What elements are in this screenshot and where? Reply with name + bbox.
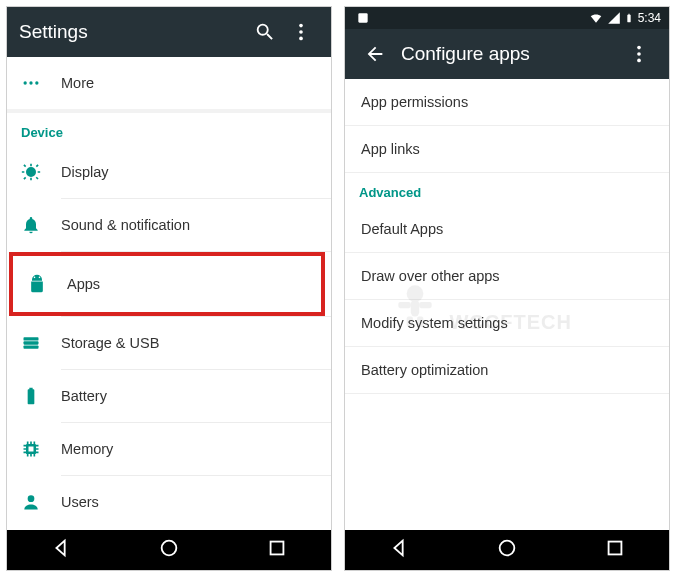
svg-point-19 bbox=[637, 46, 641, 50]
battery-icon bbox=[21, 386, 61, 406]
svg-rect-12 bbox=[29, 447, 34, 452]
row-app-permissions[interactable]: App permissions bbox=[345, 79, 669, 125]
svg-point-20 bbox=[637, 52, 641, 56]
svg-point-13 bbox=[28, 495, 35, 502]
nav-back-icon[interactable] bbox=[388, 537, 410, 563]
navbar bbox=[7, 530, 331, 570]
svg-point-4 bbox=[29, 81, 32, 84]
battery-status-icon bbox=[624, 11, 634, 25]
row-default-apps[interactable]: Default Apps bbox=[345, 206, 669, 252]
label: App permissions bbox=[361, 94, 468, 110]
more-icon bbox=[21, 73, 61, 93]
svg-point-5 bbox=[35, 81, 38, 84]
row-storage-label: Storage & USB bbox=[61, 335, 159, 351]
row-modify-system[interactable]: Modify system settings bbox=[345, 300, 669, 346]
nav-back-icon[interactable] bbox=[50, 537, 72, 563]
row-users[interactable]: Users bbox=[7, 476, 331, 528]
svg-point-1 bbox=[299, 30, 303, 34]
svg-rect-10 bbox=[24, 346, 39, 349]
signal-icon bbox=[607, 11, 621, 25]
row-sound[interactable]: Sound & notification bbox=[7, 199, 331, 251]
row-draw-over[interactable]: Draw over other apps bbox=[345, 253, 669, 299]
status-time: 5:34 bbox=[638, 11, 661, 25]
configure-apps-screen: 5:34 Configure apps WCCFTECH App permiss… bbox=[344, 6, 670, 571]
display-icon bbox=[21, 162, 61, 182]
appbar-configure: Configure apps bbox=[345, 29, 669, 79]
apps-highlight: Apps bbox=[9, 252, 325, 316]
row-apps-label: Apps bbox=[67, 276, 100, 292]
label: Default Apps bbox=[361, 221, 443, 237]
row-storage[interactable]: Storage & USB bbox=[7, 317, 331, 369]
row-memory-label: Memory bbox=[61, 441, 113, 457]
divider bbox=[345, 393, 669, 394]
settings-screen: Settings More Device Display bbox=[6, 6, 332, 571]
svg-point-7 bbox=[39, 277, 41, 279]
nav-home-icon[interactable] bbox=[496, 537, 518, 563]
screenshot-icon bbox=[356, 11, 370, 25]
storage-icon bbox=[21, 333, 61, 353]
svg-point-14 bbox=[162, 541, 177, 556]
nav-home-icon[interactable] bbox=[158, 537, 180, 563]
overflow-menu-icon[interactable] bbox=[621, 36, 657, 72]
row-apps[interactable]: Apps bbox=[13, 256, 321, 312]
row-sound-label: Sound & notification bbox=[61, 217, 190, 233]
svg-point-3 bbox=[24, 81, 27, 84]
appbar-title: Settings bbox=[19, 21, 247, 43]
svg-point-0 bbox=[299, 24, 303, 28]
settings-content: More Device Display Sound & notification bbox=[7, 57, 331, 530]
bell-icon bbox=[21, 215, 61, 235]
svg-rect-16 bbox=[358, 13, 367, 22]
appbar-settings: Settings bbox=[7, 7, 331, 57]
label: Modify system settings bbox=[361, 315, 508, 331]
row-display-label: Display bbox=[61, 164, 109, 180]
svg-point-21 bbox=[637, 59, 641, 63]
section-advanced: Advanced bbox=[345, 173, 669, 206]
section-device: Device bbox=[7, 113, 331, 146]
row-more[interactable]: More bbox=[7, 57, 331, 109]
label: Draw over other apps bbox=[361, 268, 500, 284]
nav-recent-icon[interactable] bbox=[604, 537, 626, 563]
svg-rect-17 bbox=[627, 15, 630, 23]
user-icon bbox=[21, 492, 61, 512]
row-battery-label: Battery bbox=[61, 388, 107, 404]
row-users-label: Users bbox=[61, 494, 99, 510]
svg-rect-15 bbox=[271, 542, 284, 555]
apps-icon bbox=[27, 274, 67, 294]
wifi-icon bbox=[588, 11, 604, 25]
svg-point-2 bbox=[299, 37, 303, 41]
appbar-title: Configure apps bbox=[401, 43, 621, 65]
back-arrow-icon[interactable] bbox=[357, 36, 393, 72]
overflow-menu-icon[interactable] bbox=[283, 14, 319, 50]
row-battery-optimization[interactable]: Battery optimization bbox=[345, 347, 669, 393]
svg-point-6 bbox=[34, 277, 36, 279]
memory-icon bbox=[21, 439, 61, 459]
configure-content: WCCFTECH App permissions App links Advan… bbox=[345, 79, 669, 530]
nav-recent-icon[interactable] bbox=[266, 537, 288, 563]
search-icon[interactable] bbox=[247, 14, 283, 50]
svg-rect-18 bbox=[628, 14, 630, 15]
svg-point-28 bbox=[500, 541, 515, 556]
row-memory[interactable]: Memory bbox=[7, 423, 331, 475]
row-more-label: More bbox=[61, 75, 94, 91]
svg-rect-29 bbox=[609, 542, 622, 555]
label: Battery optimization bbox=[361, 362, 488, 378]
svg-rect-8 bbox=[24, 337, 39, 340]
navbar bbox=[345, 530, 669, 570]
label: App links bbox=[361, 141, 420, 157]
statusbar: 5:34 bbox=[345, 7, 669, 29]
row-battery[interactable]: Battery bbox=[7, 370, 331, 422]
row-display[interactable]: Display bbox=[7, 146, 331, 198]
row-app-links[interactable]: App links bbox=[345, 126, 669, 172]
svg-rect-9 bbox=[24, 341, 39, 344]
